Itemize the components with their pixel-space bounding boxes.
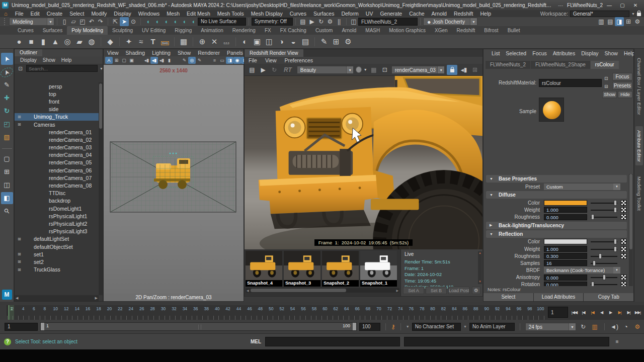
attribute-section-header[interactable]: Base Properties [486,175,627,183]
animation-start-input[interactable] [5,323,38,331]
attribute-slider[interactable] [591,281,617,286]
texture-map-icon[interactable] [621,246,626,252]
slider-handle[interactable] [614,239,617,244]
outliner-item[interactable]: renderCamera_06 [15,166,99,174]
shelf-tab[interactable]: XGen [430,26,452,35]
crop-region-icon[interactable]: ⊡ [380,65,389,74]
menu-item[interactable]: Cache [406,10,428,17]
pause-icon[interactable]: || [335,17,344,26]
attribute-editor-menu-item[interactable]: List [489,50,503,56]
gear-icon[interactable]: ⚙ [472,287,480,294]
menu-item[interactable]: Edit [27,10,43,17]
outliner-item[interactable]: Cameras [15,121,99,128]
render-view-menu-item[interactable]: View [261,57,281,64]
outliner-item[interactable]: backdrop [15,197,99,205]
outliner-item[interactable]: set1 [15,250,99,258]
select-component-icon[interactable]: ⊙ [129,17,138,26]
channel-rgb-icon[interactable] [356,66,362,73]
step-back-key-button[interactable]: |◀ [588,310,597,315]
isolate-select-icon[interactable]: ◎ [188,57,196,64]
outliner-item[interactable]: side [15,106,99,113]
texture-map-icon[interactable] [621,282,626,286]
menu-item[interactable]: Mesh Tools [214,10,248,17]
play-backwards-button[interactable]: ◀ [597,310,606,315]
bucket-grid-icon[interactable]: ⊞ [470,65,479,74]
sound-icon[interactable]: ◄) [610,322,619,331]
auto-key-icon[interactable]: ⚷ [391,323,395,330]
slider-handle[interactable] [614,207,617,213]
attribute-value-field[interactable]: 16 [544,260,587,266]
menu-item[interactable]: Curves [286,10,310,17]
outliner-item[interactable]: set2 [15,258,99,265]
render-camera-selector[interactable]: renderCamera_03▼ [391,66,445,74]
menu-item[interactable]: Edit Mesh [183,10,214,17]
menu-item[interactable]: Redshift [450,10,477,17]
outliner-item[interactable]: TruckGlass [15,266,99,274]
material-name-input[interactable] [539,79,602,87]
range-start-handle[interactable] [41,323,44,330]
expand-icon[interactable] [18,252,25,256]
attribute-editor-menu-item[interactable]: Show [602,50,621,56]
texture-map-icon[interactable] [621,200,626,206]
snapshot-icon[interactable]: ▤ [248,65,257,74]
wireframe-on-shaded-icon[interactable]: ▭ [218,57,226,64]
outliner-search-input[interactable] [26,65,98,72]
texture-map-icon[interactable] [621,214,626,220]
viewport-menu-item[interactable]: Renderer [194,49,223,56]
snap-point-icon[interactable]: ◖ [162,17,171,26]
slider-handle[interactable] [591,214,594,220]
character-set-dropdown-icon[interactable]: ▼ [406,325,410,328]
command-line-input[interactable] [265,337,400,346]
attribute-editor-footer-button[interactable]: Load Attributes [534,293,584,301]
shelf-tab[interactable]: UV Editing [137,26,170,35]
live-action-button[interactable]: Set A [403,287,424,294]
symmetry-field[interactable]: Symmetry: Off [252,18,293,26]
character-set-field[interactable]: No Character Set [412,323,461,331]
render-image[interactable]: Frame 1: 2024-10-02 19:05:45 (5m:52s) [245,76,482,249]
cached-playback-icon[interactable]: ◔ [621,322,630,331]
hide-button[interactable]: Hide [618,91,632,98]
outliner-menu-item[interactable]: Help [59,56,74,64]
menu-item[interactable]: Create [43,10,66,17]
live-panel-scrollbar[interactable]: ▲▼ [478,251,482,284]
snap-projected-center-icon[interactable]: ◖ [171,17,180,26]
go-to-start-button[interactable]: |◀◀ [570,310,579,315]
attribute-slider[interactable] [591,246,617,252]
tool-settings-toggle[interactable]: ▤ [606,17,615,26]
layout-icon[interactable]: ◫ [349,17,358,26]
slider-handle[interactable] [591,282,594,286]
home-icon[interactable]: ⌂ [0,11,12,17]
menu-item[interactable]: File [12,10,27,17]
attribute-dropdown[interactable]: Beckmann (Cook-Torrance)▼ [544,267,620,274]
slider-handle[interactable] [599,253,602,259]
attribute-value-field[interactable]: 0.300 [544,253,587,259]
select-object-icon[interactable]: ➤ [120,17,129,26]
fps-selector[interactable]: 24 fps▼ [525,323,576,331]
shelf-tab[interactable]: Sculpting [108,26,137,35]
dither-grid-icon[interactable]: ▦ [369,65,378,74]
snap-grid-icon[interactable]: ◖ [143,17,152,26]
animation-preferences-icon[interactable]: ⚙ [633,322,642,331]
two-d-pan-zoom-icon[interactable]: ◂▮ [150,57,158,64]
range-slider[interactable]: 1 100 [40,322,357,331]
texture-map-icon[interactable] [621,239,626,244]
render-pass-selector[interactable]: Beauty▼ [297,66,354,74]
outliner-item[interactable]: rsPhysicalLight1 [15,212,99,220]
outliner-menu-item[interactable]: Show [40,56,58,64]
attribute-slider[interactable] [591,274,617,281]
outliner-search-dropdown-icon[interactable]: ▼ [100,67,103,70]
outliner-item[interactable]: renderCamera_08 [15,182,99,189]
snap-curve-icon[interactable]: ◖ [152,17,162,26]
texture-map-icon[interactable] [621,207,626,213]
menu-set-selector[interactable]: Modeling▼ [9,18,54,26]
start-render-icon[interactable]: ▶ [259,65,268,74]
shelf-tab[interactable]: Arnold [337,26,361,35]
outliner-item[interactable]: renderCamera_02 [15,136,99,143]
viewport-menu-item[interactable]: Lighting [148,49,174,56]
attribute-editor-node-tab[interactable]: FLWheelNuts_2 [486,61,530,69]
minimize-button[interactable]: — [603,3,616,8]
outliner-menu-item[interactable]: Display [18,56,39,64]
expand-icon[interactable] [18,259,25,264]
outliner-item[interactable]: defaultLightSet [15,235,99,243]
outliner-item[interactable]: rsPhysicalLight3 [15,228,99,235]
